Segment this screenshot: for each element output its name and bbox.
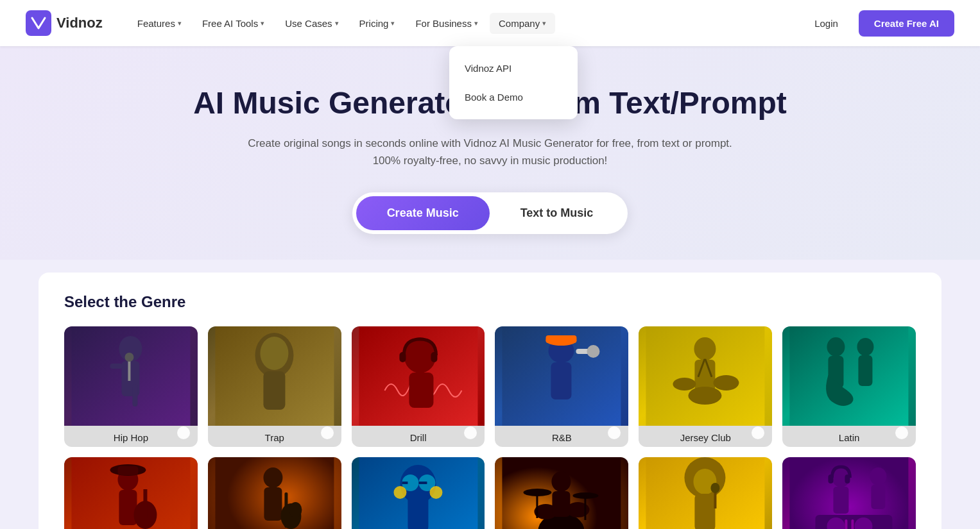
genre-card-latin[interactable]: Latin	[782, 326, 916, 447]
svg-rect-86	[872, 485, 886, 509]
genre-grid: Hip Hop Trap	[64, 326, 916, 529]
hero-subtitle: Create original songs in seconds online …	[234, 135, 747, 169]
text-to-music-button[interactable]: Text to Music	[490, 196, 624, 230]
svg-rect-78	[845, 474, 850, 483]
svg-rect-21	[551, 362, 572, 399]
nav-company[interactable]: Company ▾	[490, 13, 555, 34]
svg-rect-36	[859, 355, 873, 386]
svg-point-49	[289, 502, 302, 517]
genre-card-jerseyclub[interactable]: Jersey Club	[639, 326, 772, 447]
genre-card-trap[interactable]: Trap	[208, 326, 341, 447]
genre-card-house[interactable]: House	[782, 457, 916, 529]
nav-use-cases[interactable]: Use Cases ▾	[276, 13, 347, 34]
svg-rect-14	[399, 352, 406, 362]
svg-rect-56	[408, 493, 428, 529]
genre-radio-jerseyclub	[752, 426, 764, 439]
chevron-down-icon: ▾	[261, 19, 264, 28]
genre-card-rnb[interactable]: R&B	[495, 326, 628, 447]
hero-buttons: Create Music Text to Music	[352, 192, 628, 234]
genre-card-drill[interactable]: Drill	[352, 326, 485, 447]
svg-rect-84	[852, 519, 854, 529]
svg-rect-77	[829, 474, 834, 483]
logo-text: Vidnoz	[56, 15, 103, 31]
nav-for-business[interactable]: For Business ▾	[406, 13, 487, 34]
genre-card-funk[interactable]: Funk	[639, 457, 772, 529]
company-dropdown: Vidnoz API Book a Demo	[449, 46, 578, 119]
svg-rect-55	[402, 482, 408, 484]
genre-card-hiphop[interactable]: Hip Hop	[64, 326, 198, 447]
genre-card-ambient[interactable]: Ambient	[352, 457, 485, 529]
nav-pricing[interactable]: Pricing ▾	[350, 13, 404, 34]
genre-radio-latin	[895, 426, 908, 439]
chevron-down-icon: ▾	[335, 19, 339, 28]
svg-point-28	[714, 375, 739, 390]
svg-rect-32	[790, 326, 909, 426]
svg-point-45	[263, 467, 282, 488]
svg-rect-54	[418, 482, 427, 484]
nav-free-ai-tools[interactable]: Free AI Tools ▾	[193, 13, 273, 34]
svg-rect-6	[128, 358, 130, 381]
logo[interactable]: Vidnoz	[26, 10, 103, 36]
svg-rect-68	[585, 496, 587, 520]
svg-rect-15	[431, 352, 437, 362]
svg-rect-72	[695, 494, 716, 529]
svg-point-7	[125, 353, 133, 362]
genre-section: Select the Genre Hip Hop	[39, 273, 941, 529]
svg-rect-46	[264, 487, 282, 521]
svg-point-27	[673, 378, 696, 390]
svg-rect-20	[546, 335, 577, 343]
create-free-ai-button[interactable]: Create Free AI	[859, 10, 954, 37]
svg-point-65	[552, 471, 571, 492]
genre-radio-hiphop	[177, 426, 190, 439]
genre-card-acoustic[interactable]: Acoustic	[64, 457, 198, 529]
svg-point-25	[694, 337, 716, 360]
svg-point-23	[587, 345, 600, 358]
svg-rect-0	[26, 10, 51, 36]
svg-rect-4	[110, 364, 123, 369]
dropdown-item-api[interactable]: Vidnoz API	[449, 54, 578, 83]
svg-rect-83	[845, 519, 848, 529]
dropdown-item-demo[interactable]: Book a Demo	[449, 83, 578, 112]
svg-rect-16	[409, 373, 433, 408]
svg-point-85	[870, 467, 887, 485]
svg-point-33	[827, 337, 845, 357]
nav-items: Features ▾ Free AI Tools ▾ Use Cases ▾ P…	[128, 13, 804, 34]
svg-rect-66	[553, 491, 571, 517]
svg-rect-5	[132, 384, 137, 407]
genre-card-rock[interactable]: Rock	[208, 457, 341, 529]
chevron-down-icon: ▾	[391, 19, 395, 28]
chevron-down-icon: ▾	[542, 19, 546, 28]
svg-point-57	[393, 486, 406, 499]
chevron-down-icon: ▾	[474, 19, 478, 28]
svg-point-35	[857, 338, 874, 356]
navbar: Vidnoz Features ▾ Free AI Tools ▾ Use Ca…	[0, 0, 980, 46]
nav-features[interactable]: Features ▾	[128, 13, 191, 34]
genre-section-title: Select the Genre	[64, 293, 916, 311]
svg-rect-43	[143, 489, 147, 518]
svg-rect-67	[537, 492, 538, 518]
create-music-button[interactable]: Create Music	[356, 196, 490, 230]
genre-radio-trap	[321, 426, 334, 439]
chevron-down-icon: ▾	[178, 19, 182, 28]
svg-rect-26	[695, 360, 716, 390]
svg-rect-79	[834, 487, 849, 514]
svg-point-29	[689, 387, 722, 405]
svg-rect-41	[119, 490, 137, 525]
nav-right: Login Create Free AI	[804, 10, 954, 37]
svg-point-58	[429, 486, 442, 499]
genre-card-beats[interactable]: Beats	[495, 457, 628, 529]
svg-point-74	[711, 483, 720, 493]
svg-rect-40	[117, 466, 138, 475]
login-button[interactable]: Login	[804, 13, 848, 34]
svg-point-10	[260, 337, 288, 370]
svg-rect-11	[263, 371, 285, 410]
